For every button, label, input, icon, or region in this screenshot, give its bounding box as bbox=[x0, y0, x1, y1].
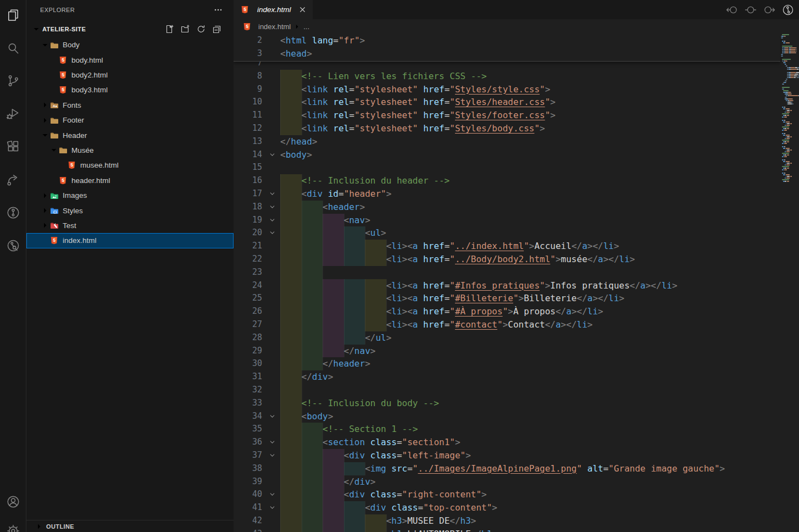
html5-file-icon: 5 bbox=[59, 56, 71, 64]
code-line-33[interactable]: 33 <!-- Inclusion du body --> bbox=[234, 397, 780, 410]
file-history-icon[interactable] bbox=[781, 3, 795, 16]
tab-index-html[interactable]: 5 index.html bbox=[234, 0, 313, 19]
code-text: <header> bbox=[280, 201, 365, 214]
outline-section[interactable]: OUTLINE bbox=[26, 520, 234, 532]
account-icon[interactable] bbox=[0, 489, 26, 515]
code-line-41[interactable]: 41 <div class="top-content"> bbox=[234, 501, 780, 514]
code-line-29[interactable]: 29 </nav> bbox=[234, 345, 780, 358]
code-line-9[interactable]: 9 <link rel="stylesheet" href="Styles/st… bbox=[234, 83, 780, 96]
code-line-35[interactable]: 35 <!-- Section 1 --> bbox=[234, 423, 780, 436]
code-line-19[interactable]: 19 <nav> bbox=[234, 214, 780, 227]
code-line-40[interactable]: 40 <div class="right-content"> bbox=[234, 488, 780, 501]
code-line-8[interactable]: 8 <!-- Lien vers les fichiers CSS --> bbox=[234, 70, 780, 83]
chevron-right-icon[interactable] bbox=[40, 116, 50, 125]
search-icon[interactable] bbox=[0, 35, 26, 62]
code-line-30[interactable]: 30 </header> bbox=[234, 357, 780, 370]
code-line-10[interactable]: 10 <link rel="stylesheet" href="Styles/h… bbox=[234, 96, 780, 109]
code-line-27[interactable]: 27 <li><a href="#contact">Contact</a></l… bbox=[234, 318, 780, 331]
code-line-12[interactable]: 12 <link rel="stylesheet" href="Styles/b… bbox=[234, 122, 780, 135]
fold-chevron-icon[interactable] bbox=[266, 151, 278, 158]
tree-item-header[interactable]: Header bbox=[26, 128, 234, 142]
code-line-26[interactable]: 26 <li><a href="#À propos">À propos</a><… bbox=[234, 305, 780, 318]
code-line-25[interactable]: 25 <li><a href="#Billeterie">Billeterie<… bbox=[234, 292, 780, 305]
fold-chevron-icon[interactable] bbox=[266, 413, 278, 420]
chevron-right-icon[interactable] bbox=[40, 101, 50, 109]
sticky-line-3[interactable]: 3<head> bbox=[234, 47, 780, 60]
tree-item-body2-html[interactable]: 5body2.html bbox=[26, 68, 234, 82]
fold-chevron-icon[interactable] bbox=[266, 217, 278, 224]
code-line-36[interactable]: 36 <section class="section1"> bbox=[234, 436, 780, 449]
tree-item-label: musee.html bbox=[80, 161, 119, 169]
chevron-right-icon[interactable] bbox=[40, 221, 50, 230]
code-line-42[interactable]: 42 <h3>MUSEE DE</h3> bbox=[234, 514, 780, 528]
code-line-24[interactable]: 24 <li><a href="#Infos pratiques">Infos … bbox=[234, 279, 780, 292]
fold-chevron-icon[interactable] bbox=[266, 452, 278, 459]
tree-item-musee-html[interactable]: 5musee.html bbox=[26, 158, 234, 173]
code-line-43[interactable]: 43 <h1>L'AUTOMOBILE</h1> bbox=[234, 528, 780, 532]
git-graph-icon[interactable] bbox=[0, 232, 26, 259]
live-share-icon[interactable] bbox=[0, 167, 26, 193]
breadcrumb[interactable]: 5 index.html ... bbox=[234, 19, 799, 34]
code-line-38[interactable]: 38 <img src="../Images/ImageAlpinePage1.… bbox=[234, 462, 780, 475]
tree-item-body-html[interactable]: 5body.html bbox=[26, 52, 234, 67]
code-area[interactable]: 78 <!-- Lien vers les fichiers CSS -->9 … bbox=[234, 34, 799, 532]
line-number: 25 bbox=[234, 292, 262, 305]
code-line-28[interactable]: 28 </ul> bbox=[234, 331, 780, 345]
code-line-11[interactable]: 11 <link rel="stylesheet" href="Styles/f… bbox=[234, 109, 780, 122]
fold-chevron-icon[interactable] bbox=[266, 504, 278, 511]
code-line-31[interactable]: 31 </div> bbox=[234, 370, 780, 384]
source-control-icon[interactable] bbox=[0, 68, 26, 94]
code-line-20[interactable]: 20 <ul> bbox=[234, 226, 780, 240]
tree-item-header-html[interactable]: 5header.html bbox=[26, 173, 234, 188]
line-number: 26 bbox=[234, 305, 262, 318]
code-line-32[interactable]: 32 bbox=[234, 384, 780, 397]
fold-chevron-icon[interactable] bbox=[266, 190, 278, 197]
code-text: <li><a href="../Body/body2.html">musée</… bbox=[280, 253, 635, 266]
close-icon[interactable] bbox=[298, 5, 307, 14]
fold-chevron-icon[interactable] bbox=[266, 229, 278, 236]
code-line-15[interactable]: 15 bbox=[234, 161, 780, 174]
line-number: 36 bbox=[234, 436, 262, 449]
breadcrumb-file[interactable]: index.html bbox=[258, 23, 291, 31]
nav-circle-icon[interactable] bbox=[744, 3, 757, 16]
chevron-down-icon[interactable] bbox=[40, 41, 50, 49]
code-line-34[interactable]: 34 <body> bbox=[234, 410, 780, 423]
fold-chevron-icon[interactable] bbox=[266, 491, 278, 498]
settings-icon[interactable] bbox=[0, 518, 26, 532]
code-line-17[interactable]: 17 <div id="header"> bbox=[234, 187, 780, 201]
run-debug-icon[interactable] bbox=[0, 101, 26, 127]
tree-item-styles[interactable]: {}Styles bbox=[26, 203, 234, 218]
tree-item-test[interactable]: Test bbox=[26, 218, 234, 233]
nav-forward-icon[interactable] bbox=[763, 3, 776, 16]
gitlens-icon[interactable] bbox=[0, 199, 26, 226]
minimap[interactable] bbox=[780, 34, 799, 532]
chevron-right-icon[interactable] bbox=[40, 191, 50, 200]
fold-chevron-icon[interactable] bbox=[266, 203, 278, 210]
fold-chevron-icon[interactable] bbox=[266, 439, 278, 446]
code-line-37[interactable]: 37 <div class="left-image"> bbox=[234, 449, 780, 462]
tree-item-body3-html[interactable]: 5body3.html bbox=[26, 82, 234, 97]
chevron-down-icon[interactable] bbox=[40, 131, 50, 140]
tree-item-images[interactable]: Images bbox=[26, 188, 234, 203]
code-line-39[interactable]: 39 </div> bbox=[234, 475, 780, 489]
code-line-18[interactable]: 18 <header> bbox=[234, 201, 780, 214]
tree-item-fonts[interactable]: AaFonts bbox=[26, 98, 234, 113]
breadcrumb-more[interactable]: ... bbox=[303, 23, 309, 31]
chevron-down-icon[interactable] bbox=[49, 146, 59, 154]
sticky-line-2[interactable]: 2<html lang="fr"> bbox=[234, 34, 780, 47]
tree-item-index-html[interactable]: 5index.html bbox=[26, 233, 234, 248]
code-line-14[interactable]: 14<body> bbox=[234, 148, 780, 162]
code-line-16[interactable]: 16 <!-- Inclusion du header --> bbox=[234, 174, 780, 187]
explorer-icon[interactable] bbox=[0, 2, 26, 29]
tree-item-mus-e[interactable]: Musée bbox=[26, 143, 234, 158]
code-line-13[interactable]: 13</head> bbox=[234, 135, 780, 148]
code-line-21[interactable]: 21 <li><a href="../index.html">Accueil</… bbox=[234, 240, 780, 253]
code-line-23[interactable]: 23 bbox=[234, 266, 780, 279]
tree-item-body[interactable]: Body bbox=[26, 37, 234, 52]
extensions-icon[interactable] bbox=[0, 134, 26, 160]
tree-item-footer[interactable]: Footer bbox=[26, 113, 234, 128]
chevron-right-icon[interactable] bbox=[40, 206, 50, 215]
nav-back-icon[interactable] bbox=[725, 3, 739, 16]
sticky-scroll[interactable]: 2<html lang="fr">3<head> bbox=[234, 34, 780, 62]
code-line-22[interactable]: 22 <li><a href="../Body/body2.html">musé… bbox=[234, 253, 780, 266]
